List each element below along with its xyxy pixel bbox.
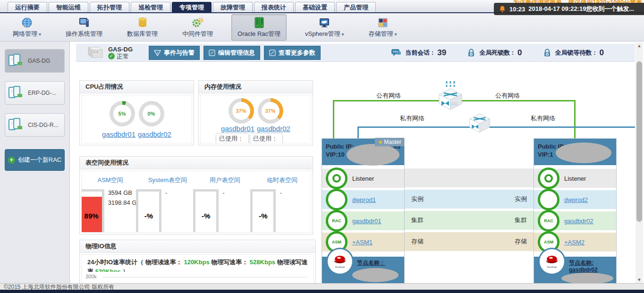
public-network-label-left: 公有网络 (376, 92, 401, 100)
tab-fault-mgmt[interactable]: 故障管理 (213, 2, 253, 12)
rac-cluster-icon (8, 85, 24, 100)
node1-cluster-row: RAC gasdbdr01 (322, 211, 404, 230)
cpu-node1-link[interactable]: gasdbdr01 (102, 130, 136, 138)
bottom-bar (0, 290, 644, 293)
node2-storage-row: ASM +ASM2 (534, 233, 616, 251)
ts-system-link[interactable]: System表空间 (148, 176, 187, 184)
tool-storage-mgmt[interactable]: 存储管理 (363, 14, 403, 41)
edit-mgmt-info-button[interactable]: 编辑管理信息 (203, 46, 260, 60)
scroll-up-arrow[interactable]: ▲ (636, 42, 643, 49)
node2-cluster-link[interactable]: gasdbdr02 (564, 218, 593, 225)
mem-used-tooltip-1: 已使用： 24.88 (216, 133, 249, 143)
tablespace-panel-title: 表空间使用情况 (80, 157, 313, 169)
toast-time: 10:23 (509, 6, 525, 13)
cpu-node2-link[interactable]: gasdbdr02 (138, 130, 171, 138)
copyright-footer: ©2015 上海北塔软件股份有限公司 版权所有 (0, 283, 644, 290)
redaction-blob (352, 268, 398, 282)
mem-donut-1: 37% (229, 98, 254, 124)
star-icon: ★ (378, 139, 382, 145)
scroll-down-arrow[interactable]: ▼ (636, 276, 643, 283)
scrollbar-thumb[interactable] (636, 61, 642, 222)
dropdown-caret (393, 30, 397, 37)
redhat-logo: RedHat (328, 249, 352, 274)
tab-report-stats[interactable]: 报表统计 (254, 2, 294, 12)
temp-usage-bar: -% (250, 189, 276, 233)
ts-asm-link[interactable]: ASM空间 (98, 176, 123, 184)
vertical-scrollbar[interactable]: ▲ ▼ (636, 42, 643, 283)
tool-vsphere-mgmt[interactable]: vSphere管理 (299, 14, 350, 41)
ts-col-user: 用户表空间 -% - - (196, 174, 254, 233)
mem-node1-link[interactable]: gasdbdr01 (221, 125, 254, 133)
sidebar-item-cis-dg[interactable]: CIS-DG-R... (5, 113, 65, 137)
rac-status: ✓ 正常 (108, 53, 133, 60)
cpu-donut-1: 5% (110, 101, 135, 126)
rac-stats: 当前会话 :39 全局死锁数 :0 全局锁等待数 :0 (391, 48, 635, 58)
sidebar-item-erp-dg[interactable]: ERP-DG-... (5, 81, 65, 105)
tab-special-mgmt[interactable]: 专项管理 (172, 2, 212, 12)
tool-middleware-mgmt[interactable]: 中间件管理 (176, 14, 219, 41)
ts-temp-link[interactable]: 临时表空间 (267, 176, 297, 184)
master-badge: ★ Master (375, 138, 404, 146)
create-new-rac-button[interactable]: + 创建一个新RAC (5, 149, 65, 171)
rac-node-1: ★ Master Public IP:05 VIP:10 Listener dw… (322, 138, 405, 283)
sidebar-item-gas-dg[interactable]: GAS-DG (5, 49, 65, 73)
rac-name: GAS-DG (108, 46, 133, 53)
tab-basic-settings[interactable]: 基础设置 (295, 2, 335, 12)
public-network-label-right: 公有网络 (495, 92, 520, 100)
view-more-params-button[interactable]: 查看更多参数 (264, 46, 321, 60)
os-monitor-icon (78, 17, 90, 29)
rac-badge-icon: RAC (538, 210, 559, 232)
tool-network-mgmt[interactable]: 网络管理 (7, 14, 47, 41)
tool-database-mgmt[interactable]: 数据库管理 (121, 14, 164, 41)
node2-footer: RedHat 节点名称: gasdbdr02 (534, 257, 616, 283)
rac-sidebar: GAS-DG ERP-DG-... CIS-DG-R... + 创建一个新RAC (0, 42, 70, 283)
server-3d-icon (84, 44, 104, 61)
events-alarms-button[interactable]: ! 事件与告警 (149, 46, 200, 60)
vsphere-cloud-icon (318, 17, 330, 29)
tool-os-mgmt[interactable]: 操作系统管理 (59, 14, 109, 41)
redaction-blob (556, 142, 611, 163)
node1-listener-row: Listener (322, 169, 404, 188)
lock-icon (467, 49, 475, 57)
band-listener (405, 168, 534, 187)
tab-inspection[interactable]: 巡检管理 (131, 2, 170, 12)
tool-oracle-rac-mgmt[interactable]: Oracle Rac管理 (231, 14, 287, 41)
mem-node2-link[interactable]: gasdbdr02 (257, 125, 290, 133)
system-usage-bar: -% (136, 189, 161, 233)
node2-listener-row: Listener (534, 169, 616, 188)
edit-pencil-icon (209, 50, 215, 56)
ts-col-system: System表空间 -% - - (139, 174, 196, 233)
globe-icon (21, 17, 33, 29)
node2-instance-link[interactable]: dwprod2 (564, 196, 588, 203)
io-panel-title: 物理IO信息 (80, 240, 315, 253)
tab-topology[interactable]: 拓扑管理 (90, 2, 129, 12)
node1-cluster-link[interactable]: gasdbdr01 (352, 218, 381, 225)
redaction-blob (561, 273, 613, 283)
node1-footer: RedHat 节点名称： (322, 257, 404, 283)
node1-instance-link[interactable]: dwprod1 (352, 196, 376, 203)
tab-product-mgmt[interactable]: 产品管理 (336, 2, 376, 12)
node2-cluster-row: RAC gasdbdr02 (534, 211, 616, 230)
mem-used-tooltip-2: 已使用： 24.45 (250, 133, 283, 143)
module-toolbar: 网络管理 操作系统管理 数据库管理 中间件管理 (0, 13, 644, 42)
node1-name-label[interactable]: 节点名称： (357, 260, 385, 267)
memory-usage-panel: 内存使用情况 37% 37% gasdbdr01 gasdbdr02 (198, 80, 313, 145)
rac-context-header: GAS-DG ✓ 正常 ! 事件与告警 编辑管理信息 (76, 44, 635, 62)
ts-user-link[interactable]: 用户表空间 (210, 176, 240, 184)
rac-cluster-icon (8, 53, 24, 68)
mem-gauge-node1: 37% (229, 98, 254, 124)
storage-grid-icon (377, 17, 389, 29)
node2-name-label[interactable]: 节点名称: gasdbdr02 (569, 260, 598, 274)
node1-asm-link[interactable]: +ASM1 (352, 239, 373, 246)
svg-text:!: ! (157, 51, 158, 55)
tab-run-summary[interactable]: 运行摘要 (8, 2, 47, 12)
gears-icon (192, 17, 204, 29)
listener-icon (538, 167, 559, 189)
status-ok-icon: ✓ (108, 53, 115, 59)
notification-toast[interactable]: 10:23 2018-04-17 09:22:19您收到一个触发... (494, 3, 644, 15)
node2-instance-row: dwprod2 (534, 190, 616, 209)
lock-icon (543, 49, 551, 57)
tab-intelligent-ops[interactable]: 智能运维 (49, 2, 88, 12)
node2-asm-link[interactable]: +ASM2 (564, 239, 585, 246)
private-switch-icon (466, 110, 493, 140)
